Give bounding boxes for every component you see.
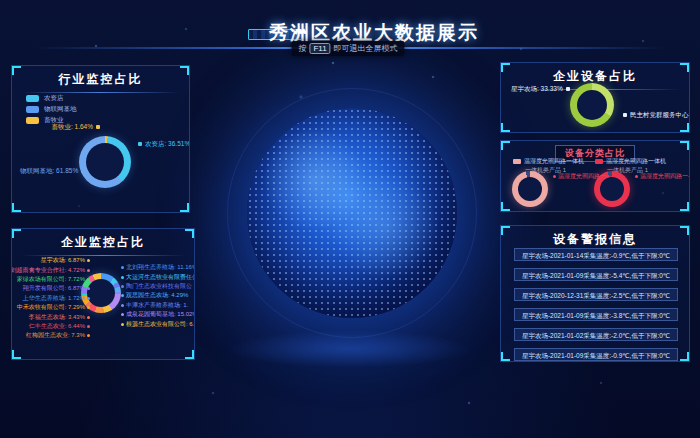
series-dot [121, 304, 124, 307]
panel-industry-title: 行业监控占比 [12, 66, 189, 88]
category-legend-1: 温湿度光照四路一体机 [513, 157, 584, 166]
donut-hole [518, 177, 542, 201]
panel-alarms-title: 设备警报信息 [501, 226, 689, 248]
enterprise-chart-label: 上华生态养殖场: 1.72% [14, 294, 92, 303]
industry-label-iot: 物联网基地: 61.85% [20, 167, 85, 175]
panel-industry-monitoring: 行业监控占比 农资店物联网基地畜牧业 畜牧业: 1.64% 农资店: 36.51… [11, 65, 190, 213]
alarm-row: 星宇农场-2021-01-09采集温度:-0.9℃,低于下限:0℃ [514, 348, 678, 361]
dashboard-root: 秀洲区农业大数据展示 按F11即可退出全屏模式 行业监控占比 农资店物联网基地畜… [0, 0, 700, 438]
enterprise-chart-label: 中禾农牧有限公司: 7.29% [14, 303, 92, 312]
series-dot [121, 285, 124, 288]
panel-device-category: 设备分类占比 温湿度光照四路一体机 温湿度光照四路一体机 一体机类产品 1 一体… [500, 140, 690, 212]
series-dot [121, 313, 124, 316]
legend-label: 温湿度光照四路一体机 [524, 157, 584, 166]
series-dot [87, 287, 90, 290]
legend-swatch [595, 159, 603, 164]
panel-enterprise-monitoring: 企业监控占比 星宇农场: 6.87%刘超雨禽专业合作社: 4.72%家绿农场有限… [11, 228, 195, 360]
enterprise-labels-right: 北刘翔生态养殖场: 11.16%大运河生态牧业有限责任公陶门生态农业科技有限公观… [119, 263, 195, 329]
alarm-row: 星宇农场-2021-01-09采集温度:-5.4℃,低于下限:0℃ [514, 268, 678, 281]
enterprise-chart-label: 观思园生态农场: 4.29% [119, 291, 195, 300]
device-donut-chart[interactable] [570, 83, 614, 127]
enterprise-chart-label: 根源生态农业有限公司: 6.87% [119, 319, 195, 328]
globe-dot-map [247, 108, 457, 318]
industry-label-store: 农资店: 36.51% [138, 140, 190, 148]
category-side-label-2: 温湿度光照四路一— [635, 172, 690, 181]
donut-hole [577, 90, 607, 120]
enterprise-chart-label: 李福生态农场: 3.43% [14, 312, 92, 321]
legend-label: 温湿度光照四路一体机 [606, 157, 666, 166]
legend-item: 农资店 [26, 93, 77, 104]
globe-base-glow [228, 330, 472, 368]
series-dot [87, 316, 90, 319]
series-dot [26, 106, 39, 113]
fullscreen-tip: 按F11即可退出全屏模式 [291, 41, 404, 56]
enterprise-chart-label: 刘超雨禽专业合作社: 4.72% [14, 265, 92, 274]
alarm-row: 星宇农场-2021-01-09采集温度:-3.8℃,低于下限:0℃ [514, 308, 678, 321]
category-donut-chart-1[interactable] [512, 171, 548, 207]
enterprise-chart-label: 丰潭水产养殖养殖场: 1. [119, 301, 195, 310]
legend-swatch [513, 159, 521, 164]
stars-decoration [0, 0, 2, 2]
panel-device-title: 企业设备占比 [501, 63, 689, 85]
category-legend-2: 温湿度光照四路一体机 [595, 157, 666, 166]
enterprise-chart-label: 北刘翔生态养殖场: 11.16% [119, 263, 195, 272]
industry-legend: 农资店物联网基地畜牧业 [26, 93, 77, 126]
series-dot [87, 334, 90, 337]
industry-label-livestock: 畜牧业: 1.64% [20, 123, 100, 131]
series-dot [26, 95, 39, 102]
panel-device-ratio: 企业设备占比 星宇农场: 33.33% 民主村党群服务中心: [500, 62, 690, 133]
tip-suffix: 即可退出全屏模式 [334, 44, 398, 53]
series-dot [121, 323, 124, 326]
enterprise-chart-label: 大运河生态牧业有限责任公 [119, 272, 195, 281]
series-dot [87, 259, 90, 262]
donut-hole [86, 143, 124, 181]
industry-donut-chart[interactable] [79, 136, 131, 188]
series-dot [121, 266, 124, 269]
enterprise-chart-label: 成泉花园葡萄基地: 15.02% [119, 310, 195, 319]
alarm-row: 星宇农场-2021-01-02采集温度:-2.0℃,低于下限:0℃ [514, 328, 678, 341]
category-side-label-1: 温湿度光照四路一— [553, 172, 612, 181]
series-dot [121, 294, 124, 297]
series-dot [87, 297, 90, 300]
enterprise-chart-label: 红梅园生态农业: 7.3% [14, 331, 92, 340]
series-dot [87, 278, 90, 281]
globe-visualization [247, 108, 457, 318]
series-dot [121, 276, 124, 279]
enterprise-chart-label: 翔升发有限公司: 6.87% [14, 284, 92, 293]
series-dot [87, 269, 90, 272]
alarm-list: 星宇农场-2021-01-14采集温度:-0.9℃,低于下限:0℃星宇农场-20… [514, 248, 678, 362]
enterprise-labels-left: 星宇农场: 6.87%刘超雨禽专业合作社: 4.72%家绿农场有限公司: 7.7… [14, 256, 92, 341]
alarm-row: 星宇农场-2021-01-14采集温度:-0.9℃,低于下限:0℃ [514, 248, 678, 261]
f11-key: F11 [309, 43, 330, 54]
device-label-right: 民主村党群服务中心: [623, 111, 690, 119]
enterprise-chart-label: 仁丰生态农业: 6.44% [14, 322, 92, 331]
series-dot [87, 306, 90, 309]
enterprise-chart-label: 星宇农场: 6.87% [14, 256, 92, 265]
enterprise-chart-label: 家绿农场有限公司: 7.72% [14, 275, 92, 284]
device-label-left: 星宇农场: 33.33% [511, 85, 570, 93]
panel-enterprise-title: 企业监控占比 [12, 229, 194, 251]
series-dot [87, 325, 90, 328]
panel-device-alarms: 设备警报信息 星宇农场-2021-01-14采集温度:-0.9℃,低于下限:0℃… [500, 225, 690, 362]
legend-item: 物联网基地 [26, 104, 77, 115]
tip-prefix: 按 [298, 44, 306, 53]
alarm-row: 星宇农场-2020-12-31采集温度:-2.5℃,低于下限:0℃ [514, 288, 678, 301]
enterprise-chart-label: 陶门生态农业科技有限公 [119, 282, 195, 291]
